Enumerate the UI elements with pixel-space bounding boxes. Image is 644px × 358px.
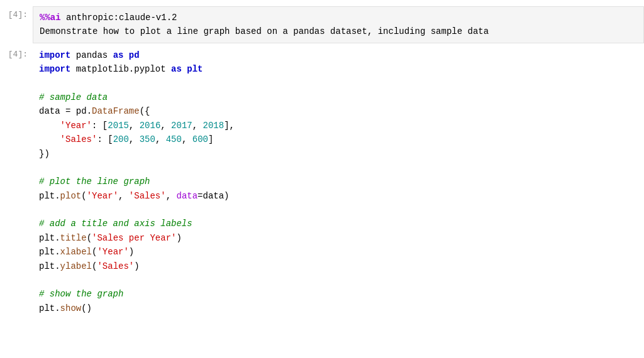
token-1-4-4: ({ <box>140 106 150 116</box>
cell-content-1[interactable]: import pandas as pdimport matplotlib.pyp… <box>33 46 644 318</box>
token-1-6-10: ] <box>208 134 213 144</box>
token-1-1-0: import <box>39 64 70 74</box>
code-line-1-12: # add a title and axis labels <box>39 217 638 231</box>
token-1-13-0: plt. <box>39 233 60 243</box>
token-1-6-1: 'Sales' <box>60 134 97 144</box>
token-1-13-3: 'Sales per Year' <box>92 233 176 243</box>
token-1-5-1: 'Year' <box>60 121 92 131</box>
empty-line <box>39 273 638 287</box>
token-1-5-9: 2018 <box>203 121 225 131</box>
token-1-6-7: 450 <box>166 134 182 144</box>
token-1-5-10: ], <box>224 121 235 131</box>
token-1-0-0: import <box>39 50 70 60</box>
code-line-1-5: 'Year': [2015, 2016, 2017, 2018], <box>39 119 638 133</box>
token-1-14-4: ) <box>129 247 134 257</box>
token-1-10-7: data <box>176 191 197 201</box>
token-1-10-6: , <box>166 191 177 201</box>
token-1-1-2: as <box>171 64 182 74</box>
token-1-18-2: () <box>81 303 92 313</box>
token-1-6-2: : [ <box>97 134 113 144</box>
code-line-1-18: plt.show() <box>39 301 638 315</box>
empty-line <box>39 203 638 217</box>
token-1-14-0: plt. <box>39 247 60 257</box>
code-line-1-9: # plot the line graph <box>39 175 638 188</box>
token-1-6-0 <box>39 134 60 144</box>
token-1-18-1: show <box>60 303 82 313</box>
token-1-3-0: # sample data <box>39 92 108 102</box>
token-1-4-1: = <box>65 106 76 116</box>
token-1-5-5: 2016 <box>140 121 161 131</box>
token-1-9-0: # plot the line graph <box>39 176 150 187</box>
token-1-6-4: , <box>129 134 140 144</box>
token-1-5-8: , <box>192 121 203 131</box>
token-1-0-2: as <box>113 50 124 60</box>
code-line-1-10: plt.plot('Year', 'Sales', data=data) <box>39 189 638 203</box>
token-1-5-2: : [ <box>92 121 108 131</box>
token-1-15-3: 'Sales' <box>97 261 134 271</box>
token-1-7-0: }) <box>39 149 50 159</box>
token-1-1-3: plt <box>182 64 203 74</box>
code-line-1-0: import pandas as pd <box>39 48 638 62</box>
token-1-10-1: plot <box>60 191 82 201</box>
token-1-5-3: 2015 <box>108 121 129 131</box>
token-1-10-4: , <box>118 191 129 201</box>
token-1-15-1: ylabel <box>60 261 92 271</box>
token-1-5-0 <box>39 121 60 131</box>
token-1-10-0: plt. <box>39 191 60 201</box>
code-line-1-7: }) <box>39 147 638 161</box>
token-1-6-9: 600 <box>192 134 208 144</box>
code-line-1-14: plt.xlabel('Year') <box>39 245 638 259</box>
code-line-1-3: # sample data <box>39 90 638 104</box>
token-1-10-2: ( <box>81 191 86 201</box>
token-1-17-0: # show the graph <box>39 289 123 299</box>
token-1-15-0: plt. <box>39 261 60 271</box>
token-1-10-3: 'Year' <box>87 191 118 201</box>
token-0-0-0: %%ai <box>40 13 61 23</box>
token-1-12-0: # add a title and axis labels <box>39 219 192 229</box>
token-1-13-4: ) <box>176 233 181 243</box>
code-line-0-1: Demonstrate how to plot a line graph bas… <box>40 24 637 38</box>
cell-label-1: [4]: <box>0 46 33 62</box>
cell-1: [4]:import pandas as pdimport matplotlib… <box>0 46 644 318</box>
cell-label-0: [4]: <box>0 6 33 22</box>
token-1-6-5: 350 <box>140 134 155 144</box>
code-line-0-0: %%ai anthropic:claude-v1.2 <box>40 11 637 24</box>
code-line-1-17: # show the graph <box>39 287 638 301</box>
token-1-6-6: , <box>155 134 166 144</box>
token-1-5-4: , <box>129 121 140 131</box>
code-line-1-6: 'Sales': [200, 350, 450, 600] <box>39 133 638 146</box>
notebook-container: [4]:%%ai anthropic:claude-v1.2Demonstrat… <box>0 0 644 327</box>
token-1-14-3: 'Year' <box>97 247 128 257</box>
token-1-0-1: pandas <box>70 50 113 60</box>
code-line-1-15: plt.ylabel('Sales') <box>39 259 638 273</box>
token-1-4-2: pd. <box>76 106 92 116</box>
cell-0: [4]:%%ai anthropic:claude-v1.2Demonstrat… <box>0 6 644 43</box>
token-1-10-10: ) <box>224 191 229 201</box>
token-1-10-8: = <box>197 191 203 201</box>
token-1-1-1: matplotlib.pyplot <box>70 64 171 74</box>
token-1-4-3: DataFrame <box>92 106 140 116</box>
token-1-6-3: 200 <box>113 134 129 144</box>
token-0-0-1: anthropic:claude-v1.2 <box>61 13 177 23</box>
token-1-18-0: plt. <box>39 303 60 313</box>
token-1-13-2: ( <box>87 233 92 243</box>
token-0-1-0: Demonstrate how to plot a line graph bas… <box>40 26 489 36</box>
code-line-1-4: data = pd.DataFrame({ <box>39 104 638 118</box>
empty-line <box>39 77 638 90</box>
token-1-5-6: , <box>160 121 171 131</box>
token-1-4-0: data <box>39 106 65 116</box>
token-1-15-4: ) <box>134 261 139 271</box>
code-line-1-1: import matplotlib.pyplot as plt <box>39 62 638 76</box>
token-1-10-5: 'Sales' <box>129 191 166 201</box>
token-1-6-8: , <box>182 134 192 144</box>
cell-content-0[interactable]: %%ai anthropic:claude-v1.2Demonstrate ho… <box>33 6 644 43</box>
code-line-1-13: plt.title('Sales per Year') <box>39 231 638 245</box>
token-1-0-3: pd <box>123 50 139 60</box>
token-1-5-7: 2017 <box>171 121 192 131</box>
token-1-14-1: xlabel <box>60 247 92 257</box>
token-1-10-9: data <box>203 191 225 201</box>
empty-line <box>39 161 638 175</box>
token-1-13-1: title <box>60 233 87 243</box>
